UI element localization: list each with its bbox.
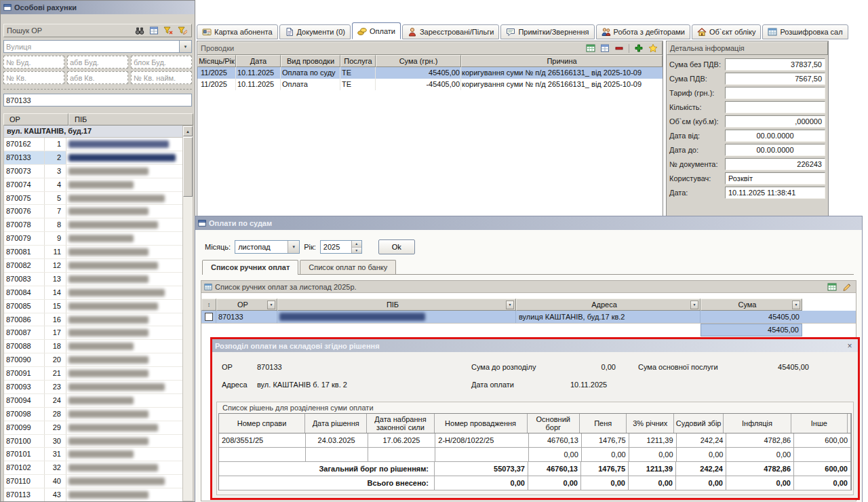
chevron-down-icon[interactable]: ▼ <box>288 241 299 253</box>
tab-oplaty[interactable]: Оплати <box>352 22 401 39</box>
street-group-row[interactable]: вул. КАШТАНІВ, буд.17 <box>4 125 182 138</box>
close-icon[interactable]: × <box>844 341 855 351</box>
row-checkbox[interactable] <box>205 313 213 321</box>
ok-button[interactable]: Ok <box>378 239 415 254</box>
account-row[interactable]: 870091 21 <box>4 367 182 381</box>
col-type[interactable]: Вид проводки <box>281 55 340 67</box>
decision-column-header[interactable]: Судовий збір <box>674 414 724 433</box>
decision-column-header[interactable]: Основний борг <box>528 414 580 433</box>
account-row[interactable]: 870101 31 <box>4 448 182 461</box>
account-row[interactable]: 870081 11 <box>4 246 182 259</box>
year-stepper[interactable]: 2025 ▲ ▼ <box>320 240 362 254</box>
view-sheet-button[interactable] <box>599 43 611 54</box>
account-row[interactable]: 870078 8 <box>4 218 182 232</box>
account-row[interactable]: 870073 3 <box>4 165 182 178</box>
pay-col-sum[interactable]: Сума▼ <box>701 298 802 311</box>
decision-column-header[interactable]: Номер провадження <box>435 414 528 433</box>
account-row[interactable]: 870084 14 <box>4 286 182 300</box>
find-button[interactable] <box>134 25 146 36</box>
col-reason[interactable]: Причина <box>461 55 663 67</box>
street-input[interactable] <box>3 40 180 53</box>
month-select[interactable]: листопад ▼ <box>235 240 300 254</box>
tab-manual-payments[interactable]: Список ручних оплат <box>202 260 298 275</box>
add-transaction-button[interactable] <box>633 43 645 54</box>
building-number-input[interactable] <box>3 56 64 69</box>
account-row[interactable]: 870088 18 <box>4 340 182 353</box>
spin-up-icon[interactable]: ▲ <box>352 241 361 248</box>
account-row[interactable]: 870075 5 <box>4 192 182 206</box>
col-date[interactable]: Дата <box>236 55 281 67</box>
tab-prymitky-zvernennya[interactable]: Примітки/Звернення <box>500 24 594 39</box>
filter-dropdown-icon[interactable]: ▼ <box>690 301 698 309</box>
decision-column-header[interactable]: 3% річних <box>627 414 673 433</box>
street-dropdown-button[interactable]: ▼ <box>180 40 192 53</box>
col-amount[interactable]: Сума (грн.) <box>376 55 461 67</box>
apartment-number-input[interactable] <box>3 71 64 84</box>
account-number-input[interactable] <box>3 94 192 107</box>
col-month-year[interactable]: Місяць/Рік <box>197 55 236 67</box>
tab-bank-payments[interactable]: Список оплат по банку <box>300 260 396 274</box>
account-row[interactable]: 870079 9 <box>4 232 182 246</box>
selector-column-header[interactable]: ↕ <box>201 298 216 311</box>
account-row[interactable]: 870133 2 <box>4 151 182 165</box>
edit-button[interactable] <box>841 282 853 292</box>
account-row[interactable]: 870099 29 <box>4 421 182 435</box>
decision-column-header[interactable]: Дата рішення <box>305 414 367 433</box>
delete-transaction-button[interactable] <box>613 43 625 54</box>
accounts-scrollbar[interactable]: ▲ <box>182 125 193 501</box>
pay-col-pib[interactable]: ПІБ▼ <box>277 298 516 311</box>
tab-rozshyfrovka-saldo[interactable]: Розшифровка сал <box>762 24 848 39</box>
clear-filter-button[interactable] <box>162 25 174 36</box>
transaction-row[interactable]: 11/2025 10.11.2025 Оплата по суду ТЕ 454… <box>197 67 663 79</box>
account-row[interactable]: 870102 32 <box>4 461 182 475</box>
filter-dropdown-icon[interactable]: ▼ <box>792 301 800 309</box>
filter-dropdown-icon[interactable]: ▼ <box>267 301 275 309</box>
account-row[interactable]: 870113 43 <box>4 488 182 501</box>
apartment-letter-input[interactable] <box>67 71 128 84</box>
tab-robota-z-debitoramy[interactable]: Робота з дебіторами <box>596 24 690 39</box>
decision-column-header[interactable]: Дата набрання законної сили <box>367 414 434 433</box>
payment-row[interactable]: 870133 вулиця КАШТАНІВ, буд.17 кв.2 4540… <box>201 311 856 324</box>
account-row[interactable]: 870086 16 <box>4 313 182 327</box>
export-button[interactable] <box>826 282 838 292</box>
column-header-pib[interactable]: ПІБ <box>68 113 193 125</box>
account-row[interactable]: 870082 12 <box>4 259 182 273</box>
distribution-titlebar[interactable]: Розподіл оплати на складові згідно рішен… <box>212 339 858 352</box>
decision-column-header[interactable]: Інше <box>791 414 848 433</box>
pay-col-or[interactable]: ОР▼ <box>216 298 277 311</box>
spin-down-icon[interactable]: ▼ <box>352 248 361 254</box>
account-row[interactable]: 870094 24 <box>4 394 182 408</box>
accounts-window-titlebar[interactable]: Особові рахунки <box>1 1 195 14</box>
account-row[interactable]: 870110 40 <box>4 475 182 488</box>
favorites-button[interactable] <box>647 43 659 54</box>
export-grid-button[interactable] <box>585 43 597 54</box>
view-list-button[interactable] <box>148 25 160 36</box>
apartment-rent-input[interactable] <box>131 71 192 84</box>
account-row[interactable]: 870093 23 <box>4 381 182 394</box>
tab-kartka-abonenta[interactable]: Картка абонента <box>197 24 278 39</box>
account-row[interactable]: 870085 15 <box>4 300 182 313</box>
edit-filter-button[interactable] <box>176 25 189 36</box>
account-row[interactable]: 870162 1 <box>4 138 182 151</box>
account-row[interactable]: 870087 17 <box>4 326 182 340</box>
decision-column-header[interactable]: Інфляція <box>724 414 791 433</box>
decision-row[interactable]: 208/3551/25 24.03.2025 17.06.2025 2-Н/20… <box>219 433 851 448</box>
account-row[interactable]: 870074 4 <box>4 178 182 192</box>
building-block-input[interactable] <box>131 56 192 69</box>
decision-column-header[interactable]: Номер справи <box>219 414 305 433</box>
col-service[interactable]: Послуга <box>340 55 376 67</box>
tab-dokumenty[interactable]: Документи (0) <box>279 24 351 39</box>
court-payments-titlebar[interactable]: Оплати по судам <box>195 216 862 230</box>
building-letter-input[interactable] <box>67 56 128 69</box>
column-header-or[interactable]: ОР <box>3 113 68 125</box>
decision-column-header[interactable]: Пеня <box>580 414 627 433</box>
account-row[interactable]: 870100 30 <box>4 435 182 448</box>
filter-dropdown-icon[interactable]: ▼ <box>506 301 514 309</box>
scrollbar-thumb[interactable] <box>183 137 193 197</box>
tab-obyekt-obliku[interactable]: Об`єкт обліку <box>692 24 761 39</box>
account-row[interactable]: 870076 7 <box>4 205 182 218</box>
scroll-up-button[interactable]: ▲ <box>183 126 193 136</box>
account-row[interactable]: 870090 20 <box>4 353 182 367</box>
decision-row[interactable]: 0,00 0,00 0,00 0,00 0,00 <box>219 448 851 462</box>
account-row[interactable]: 870098 28 <box>4 408 182 421</box>
